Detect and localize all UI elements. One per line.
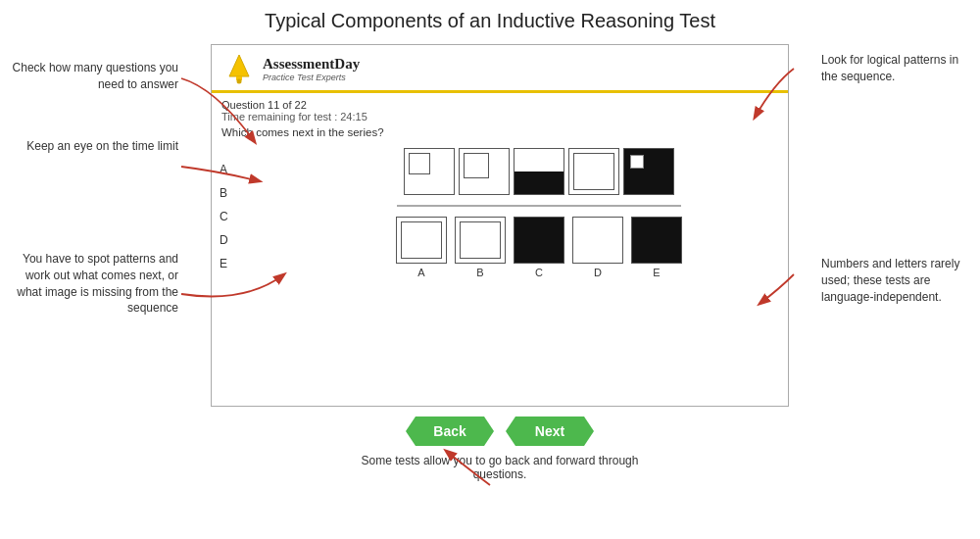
annotation-below: Some tests allow you to go back and forw… [343,454,657,481]
answer-box-e[interactable]: E [631,217,682,278]
label-e: E [653,267,660,278]
label-c: C [535,267,543,278]
option-b[interactable]: B [220,181,298,205]
option-e[interactable]: E [220,252,298,275]
series-box-1 [404,148,455,195]
series-row [404,148,674,195]
test-window: AssessmentDay Practice Test Experts Ques… [211,44,789,407]
sequences-area: A B C [298,148,780,278]
option-a[interactable]: A [220,158,298,181]
option-c[interactable]: C [220,205,298,228]
answer-box-a[interactable]: A [396,217,447,278]
annotation-numbers-letters: Numbers and letters rarely used; these t… [821,256,973,305]
back-button[interactable]: Back [406,416,494,446]
answer-box-c[interactable]: C [514,217,564,278]
svg-marker-0 [229,55,249,76]
series-box-2 [459,148,510,195]
test-content: A B C D E [212,144,788,282]
annotation-time-limit: Keep an eye on the time limit [12,138,178,155]
question-number: Question 11 of 22 [221,99,778,111]
label-a: A [417,267,424,278]
question-info: Question 11 of 22 Time remaining for tes… [212,93,788,124]
annotation-spot-patterns: You have to spot patterns and work out w… [12,251,178,317]
test-header: AssessmentDay Practice Test Experts [212,45,788,93]
question-text: Which comes next in the series? [212,124,788,144]
logo-subtitle: Practice Test Experts [263,73,360,82]
page-title: Typical Components of an Inductive Reaso… [0,0,980,40]
series-box-4 [568,148,619,195]
time-remaining: Time remaining for test : 24:15 [221,111,778,122]
answer-options-list: A B C D E [220,148,298,278]
center-panel: AssessmentDay Practice Test Experts Ques… [186,40,813,538]
series-box-5 [623,148,674,195]
annotation-check-questions: Check how many questions you need to ans… [12,60,178,93]
svg-point-2 [237,79,242,84]
series-box-3 [514,148,564,195]
logo-text: AssessmentDay Practice Test Experts [263,56,360,82]
logo-bell-icon [221,51,257,86]
answer-row: A B C [396,217,682,278]
answer-box-d[interactable]: D [572,217,623,278]
annotation-logical-patterns: Look for logical patterns in the sequenc… [821,52,973,85]
divider [397,205,681,207]
left-annotations: Check how many questions you need to ans… [0,40,186,538]
right-annotations: Look for logical patterns in the sequenc… [813,40,980,538]
answer-box-b[interactable]: B [455,217,506,278]
logo-name: AssessmentDay [263,56,360,73]
label-d: D [594,267,602,278]
buttons-row: Back Next [406,416,594,446]
label-b: B [476,267,483,278]
option-d[interactable]: D [220,228,298,252]
next-button[interactable]: Next [506,416,594,446]
